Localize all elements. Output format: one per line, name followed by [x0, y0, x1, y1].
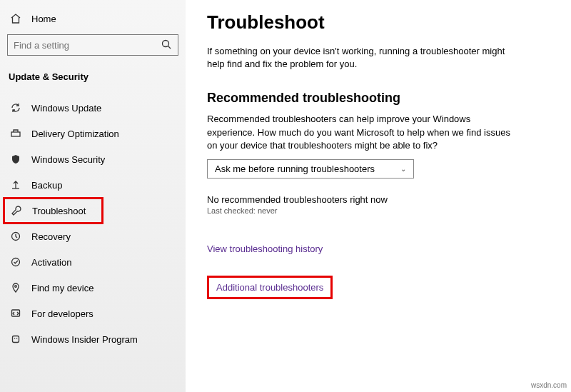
sidebar-item-label: Activation — [31, 257, 71, 268]
settings-sidebar: Home Update & Security Windows Update De… — [0, 0, 186, 392]
svg-point-4 — [12, 258, 20, 266]
sidebar-item-label: Recovery — [31, 231, 71, 242]
search-input[interactable] — [7, 34, 178, 56]
sidebar-item-for-developers[interactable]: For developers — [0, 301, 186, 326]
chevron-down-icon: ⌄ — [400, 165, 406, 173]
dropdown-value: Ask me before running troubleshooters — [215, 164, 375, 174]
sidebar-item-label: Delivery Optimization — [31, 129, 119, 139]
home-icon — [10, 13, 21, 24]
backup-icon — [10, 179, 21, 191]
shield-icon — [10, 154, 21, 165]
page-title: Troubleshoot — [207, 11, 550, 34]
sidebar-item-label: For developers — [31, 308, 94, 319]
location-icon — [10, 282, 21, 293]
sidebar-item-windows-security[interactable]: Windows Security — [0, 146, 186, 172]
developer-icon — [10, 308, 21, 319]
sidebar-section-title: Update & Security — [0, 59, 186, 95]
sync-icon — [10, 102, 21, 114]
sidebar-item-label: Windows Update — [31, 103, 101, 114]
nav-home-label: Home — [31, 14, 56, 24]
check-circle-icon — [10, 256, 21, 268]
nav-home[interactable]: Home — [0, 7, 186, 30]
intro-text: If something on your device isn't workin… — [207, 45, 514, 71]
sidebar-item-label: Windows Insider Program — [31, 334, 138, 345]
svg-rect-7 — [13, 336, 19, 343]
svg-point-5 — [15, 286, 17, 288]
wrench-icon — [11, 205, 22, 216]
sidebar-item-label: Windows Security — [31, 154, 105, 165]
sidebar-item-recovery[interactable]: Recovery — [0, 223, 186, 249]
svg-line-1 — [168, 46, 171, 49]
sidebar-item-troubleshoot[interactable]: Troubleshoot — [3, 197, 103, 224]
sidebar-item-label: Backup — [31, 180, 62, 191]
recovery-icon — [10, 231, 21, 242]
recommended-body: Recommended troubleshooters can help imp… — [207, 113, 514, 152]
insider-icon — [10, 333, 21, 345]
main-content: Troubleshoot If something on your device… — [186, 0, 571, 392]
svg-point-8 — [14, 338, 16, 339]
sidebar-item-label: Find my device — [31, 283, 94, 293]
search-container — [0, 30, 186, 59]
view-history-link[interactable]: View troubleshooting history — [207, 243, 323, 254]
recommendation-status: No recommended troubleshooters right now — [207, 194, 550, 205]
svg-point-0 — [163, 40, 169, 46]
svg-point-9 — [16, 338, 18, 339]
sidebar-item-backup[interactable]: Backup — [0, 172, 186, 198]
troubleshoot-preference-dropdown[interactable]: Ask me before running troubleshooters ⌄ — [207, 159, 414, 179]
search-icon — [161, 39, 172, 52]
search-field[interactable] — [14, 40, 156, 51]
sidebar-item-windows-update[interactable]: Windows Update — [0, 95, 186, 121]
sidebar-item-activation[interactable]: Activation — [0, 249, 186, 275]
sidebar-item-delivery-optimization[interactable]: Delivery Optimization — [0, 121, 186, 146]
additional-troubleshooters-link[interactable]: Additional troubleshooters — [207, 276, 333, 299]
last-checked-text: Last checked: never — [207, 206, 550, 215]
sidebar-item-find-my-device[interactable]: Find my device — [0, 275, 186, 301]
watermark-text: wsxdn.com — [531, 381, 567, 389]
sidebar-item-windows-insider[interactable]: Windows Insider Program — [0, 326, 186, 352]
sidebar-item-label: Troubleshoot — [32, 206, 86, 216]
recommended-heading: Recommended troubleshooting — [207, 91, 550, 106]
svg-rect-2 — [11, 132, 20, 136]
delivery-icon — [10, 128, 21, 139]
